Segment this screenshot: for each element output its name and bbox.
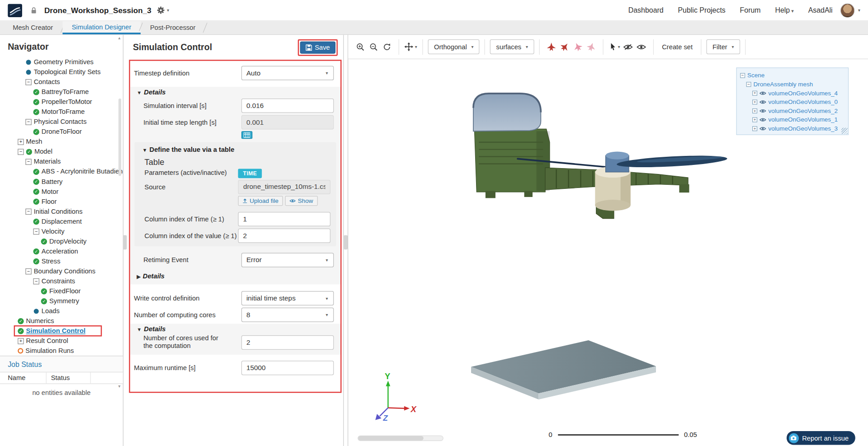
tree-scrollbar[interactable]: ▼ bbox=[118, 91, 123, 390]
tree-item[interactable]: FixedFloor bbox=[0, 286, 123, 296]
tree-item[interactable]: Boundary Conditions bbox=[0, 266, 123, 276]
timestep-definition-select[interactable]: Auto▼ bbox=[241, 66, 334, 80]
create-set-button[interactable]: Create set bbox=[659, 43, 696, 51]
view-preset-iso-button[interactable] bbox=[585, 40, 598, 54]
tree-item[interactable]: Topological Entity Sets bbox=[0, 67, 123, 77]
scene-volume-row[interactable]: + volumeOnGeoVolumes_3 bbox=[740, 124, 844, 133]
expand-icon[interactable]: + bbox=[752, 99, 757, 104]
report-issue-button[interactable]: Report an issue bbox=[787, 431, 855, 445]
tree-toggle-icon[interactable] bbox=[33, 278, 39, 284]
render-mode-select[interactable]: surfaces▾ bbox=[490, 39, 534, 54]
projection-select[interactable]: Orthogonal▾ bbox=[428, 39, 480, 54]
view-preset-top-button[interactable] bbox=[558, 40, 571, 54]
topbar-link[interactable]: Public Projects bbox=[678, 6, 725, 14]
collapse-icon[interactable]: − bbox=[740, 73, 745, 78]
cores-details-toggle[interactable]: Details bbox=[130, 324, 340, 333]
topbar-link[interactable]: Help bbox=[775, 6, 793, 14]
scrollbar-thumb[interactable] bbox=[358, 436, 423, 441]
tree-item[interactable]: Initial Conditions bbox=[0, 207, 123, 216]
view-preset-side-button[interactable] bbox=[571, 40, 584, 54]
tree-item[interactable]: Simulation Control bbox=[0, 326, 123, 336]
navigator-resize-handle[interactable] bbox=[123, 235, 127, 249]
tree-item[interactable]: Contacts bbox=[0, 77, 123, 87]
details-toggle[interactable]: Details bbox=[130, 87, 340, 96]
cores-used-input[interactable] bbox=[241, 335, 334, 350]
tree-scroll-down-icon[interactable]: ▼ bbox=[118, 385, 121, 389]
tree-toggle-icon[interactable] bbox=[25, 79, 31, 85]
show-table-button[interactable]: Show bbox=[285, 196, 318, 206]
pan-tool-button[interactable]: ▾ bbox=[404, 40, 417, 54]
scene-panel-resize-grip[interactable] bbox=[841, 128, 847, 134]
expand-icon[interactable]: + bbox=[752, 117, 757, 122]
expand-icon[interactable]: + bbox=[752, 126, 757, 131]
tree-item[interactable]: Numerics bbox=[0, 316, 123, 326]
tree-item[interactable]: Physical Contacts bbox=[0, 117, 123, 127]
tree-item[interactable]: Motor bbox=[0, 187, 123, 197]
tree-item[interactable]: Constraints bbox=[0, 276, 123, 286]
topbar-link[interactable]: AsadAli bbox=[808, 6, 833, 14]
project-settings-button[interactable]: ▾ bbox=[157, 6, 169, 14]
collapse-icon[interactable]: − bbox=[746, 82, 751, 87]
tree-item[interactable]: Result Control bbox=[0, 336, 123, 346]
tree-item[interactable]: Materials bbox=[0, 157, 123, 167]
column-value-input[interactable] bbox=[238, 229, 330, 243]
app-logo-icon[interactable] bbox=[8, 4, 22, 17]
job-status-title[interactable]: Job Status bbox=[0, 357, 123, 372]
visibility-eye-icon[interactable] bbox=[760, 90, 766, 95]
panel-resize-handle[interactable] bbox=[344, 235, 348, 249]
tree-item[interactable]: Mesh bbox=[0, 136, 123, 146]
simulation-interval-input[interactable] bbox=[241, 99, 334, 113]
tree-item[interactable]: Loads bbox=[0, 306, 123, 316]
tree-item[interactable]: PropellerToMotor bbox=[0, 97, 123, 107]
tree-item[interactable]: Battery bbox=[0, 177, 123, 187]
tree-scroll-up-icon[interactable]: ▲ bbox=[118, 36, 121, 40]
expand-icon[interactable]: + bbox=[752, 108, 757, 113]
table-definition-button[interactable] bbox=[241, 131, 252, 139]
tree-item[interactable]: Model bbox=[0, 146, 123, 156]
scene-volume-row[interactable]: + volumeOnGeoVolumes_4 bbox=[740, 89, 844, 98]
topbar-link[interactable]: Forum bbox=[740, 6, 761, 14]
tree-toggle-icon[interactable] bbox=[33, 228, 39, 234]
refresh-view-button[interactable] bbox=[380, 40, 393, 54]
visibility-eye-icon[interactable] bbox=[760, 126, 766, 131]
scene-volume-row[interactable]: + volumeOnGeoVolumes_0 bbox=[740, 98, 844, 107]
viewport-horizontal-scrollbar[interactable] bbox=[358, 436, 443, 441]
tree-scroll-thumb[interactable] bbox=[118, 99, 121, 176]
topbar-link[interactable]: Dashboard bbox=[628, 6, 664, 14]
zoom-out-button[interactable] bbox=[367, 40, 380, 54]
tree-item[interactable]: DroneToFloor bbox=[0, 127, 123, 136]
tree-item[interactable]: Velocity bbox=[0, 226, 123, 236]
retiming-details-toggle[interactable]: Details bbox=[130, 271, 340, 280]
tree-item[interactable]: Displacement bbox=[0, 216, 123, 226]
tree-toggle-icon[interactable] bbox=[18, 139, 24, 145]
scene-mesh-row[interactable]: −DroneAssembly mesh bbox=[740, 80, 844, 89]
workbench-tab[interactable]: Post-Processor bbox=[141, 21, 205, 34]
workbench-tab[interactable]: Mesh Creator bbox=[3, 21, 62, 34]
tree-item[interactable]: Symmetry bbox=[0, 296, 123, 306]
tree-toggle-icon[interactable] bbox=[18, 149, 24, 155]
visibility-eye-icon[interactable] bbox=[760, 117, 766, 122]
tree-toggle-icon[interactable] bbox=[25, 159, 31, 164]
scene-volume-row[interactable]: + volumeOnGeoVolumes_1 bbox=[740, 115, 844, 124]
tree-item[interactable]: Stress bbox=[0, 256, 123, 266]
time-parameter-badge[interactable]: TIME bbox=[238, 169, 262, 178]
tree-item[interactable]: Simulation Runs bbox=[0, 346, 123, 356]
save-button[interactable]: Save bbox=[300, 41, 335, 53]
tree-toggle-icon[interactable] bbox=[25, 208, 31, 214]
tree-item[interactable]: DropVelocity bbox=[0, 236, 123, 246]
write-control-select[interactable]: initial time steps▼ bbox=[241, 291, 334, 305]
tree-item[interactable]: ABS - Acrylonitrile Butadiene... bbox=[0, 167, 123, 177]
tree-toggle-icon[interactable] bbox=[18, 338, 24, 344]
visibility-eye-icon[interactable] bbox=[760, 99, 766, 104]
visibility-eye-icon[interactable] bbox=[760, 108, 766, 113]
view-preset-front-button[interactable] bbox=[545, 40, 558, 54]
scene-volume-row[interactable]: + volumeOnGeoVolumes_2 bbox=[740, 106, 844, 115]
tree-toggle-icon[interactable] bbox=[25, 268, 31, 274]
tree-item[interactable]: Geometry Primitives bbox=[0, 57, 123, 67]
tree-item[interactable]: BattreyToFrame bbox=[0, 87, 123, 97]
expand-icon[interactable]: + bbox=[752, 90, 757, 95]
upload-file-button[interactable]: Upload file bbox=[238, 196, 283, 206]
hide-selection-button[interactable] bbox=[622, 40, 635, 54]
account-chevron-down-icon[interactable]: ▾ bbox=[858, 8, 860, 13]
retiming-event-select[interactable]: Error▼ bbox=[241, 253, 334, 268]
